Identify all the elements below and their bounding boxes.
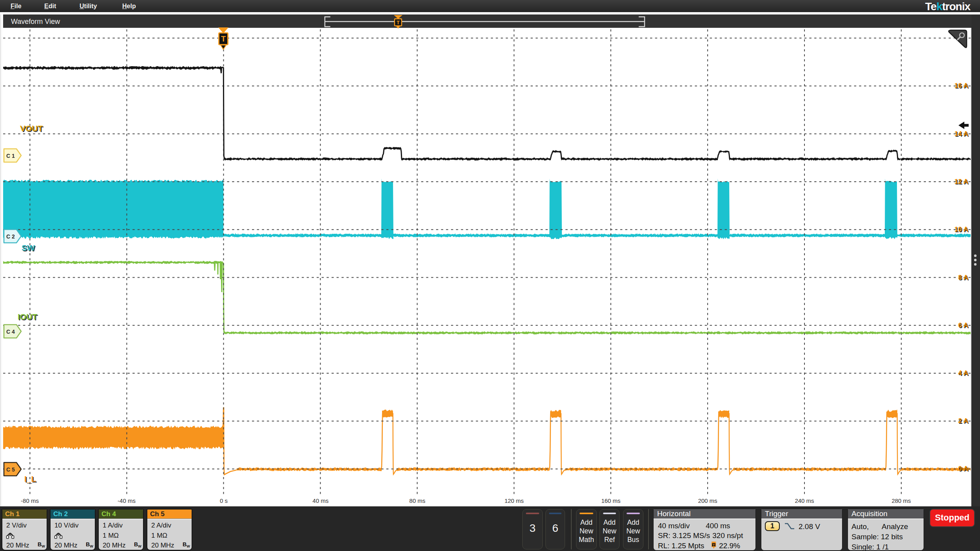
svg-text:T: T <box>397 20 400 25</box>
svg-text:C 5: C 5 <box>6 466 15 473</box>
svg-text:C 1: C 1 <box>6 153 15 159</box>
svg-text:C 2: C 2 <box>6 233 15 240</box>
svg-text:T: T <box>221 34 226 43</box>
svg-text:C 4: C 4 <box>6 329 15 335</box>
